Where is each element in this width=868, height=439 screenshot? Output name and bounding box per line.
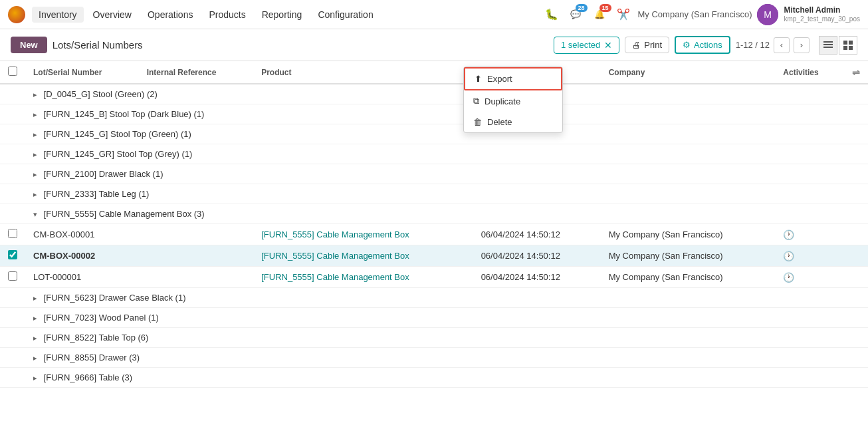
kanban-view-button[interactable] (839, 36, 857, 55)
row-checkbox-cell[interactable] (0, 224, 25, 245)
table-row[interactable]: LOT-000001 [FURN_5555] Cable Management … (0, 267, 868, 288)
company-name: My Company (San Francisco) (638, 9, 752, 19)
row-checkbox-cell[interactable] (0, 245, 25, 267)
group-label[interactable]: ▸ [FURN_1245_B] Stool Top (Dark Blue) (1… (25, 104, 868, 124)
row-checkbox[interactable] (8, 229, 17, 238)
row-activities[interactable]: 🕐 (775, 267, 844, 288)
print-label: Print (644, 40, 662, 50)
col-company: Company (601, 61, 776, 84)
group-label[interactable]: ▸ [FURN_5623] Drawer Case Black (1) (25, 288, 868, 308)
activity-bell-btn[interactable]: 💬 28 (566, 5, 585, 24)
toolbar: New Lots/Serial Numbers 1 selected ✕ 🖨 P… (0, 29, 868, 61)
actions-button[interactable]: ⚙ Actions (675, 36, 730, 54)
pager-prev-button[interactable]: ‹ (774, 37, 790, 53)
group-checkbox-cell (0, 124, 25, 144)
row-checkbox-cell[interactable] (0, 267, 25, 288)
group-toggle-icon[interactable]: ▸ (33, 150, 37, 158)
table-row[interactable]: CM-BOX-00001 [FURN_5555] Cable Managemen… (0, 224, 868, 245)
nav-item-configuration[interactable]: Configuration (311, 7, 380, 23)
notification-btn[interactable]: 🔔 15 (590, 5, 609, 24)
row-product: [FURN_5555] Cable Management Box (253, 267, 473, 288)
nav-item-reporting[interactable]: Reporting (255, 7, 309, 23)
pager-text: 1-12 / 12 (736, 40, 770, 50)
nav-item-products[interactable]: Products (202, 7, 252, 23)
group-label[interactable]: ▸ [FURN_1245_G] Stool Top (Green) (1) (25, 124, 868, 144)
list-view-button[interactable] (819, 36, 837, 55)
pager-next-button[interactable]: › (794, 37, 810, 53)
product-link[interactable]: [FURN_5555] Cable Management Box (261, 272, 409, 282)
svg-rect-4 (823, 47, 833, 48)
row-company: My Company (San Francisco) (601, 224, 776, 245)
row-lot: CM-BOX-00002 (25, 245, 139, 267)
group-label[interactable]: ▸ [FURN_8855] Drawer (3) (25, 348, 868, 368)
nav-item-inventory[interactable]: Inventory (32, 7, 84, 23)
group-toggle-icon[interactable]: ▸ (33, 314, 37, 322)
activity-clock-icon[interactable]: 🕐 (783, 229, 794, 240)
delete-item[interactable]: 🗑 Delete (464, 112, 562, 132)
svg-rect-5 (843, 41, 847, 45)
nav-item-operations[interactable]: Operations (141, 7, 199, 23)
adjust-columns-icon[interactable]: ⇌ (852, 67, 860, 78)
group-label[interactable]: ▸ [FURN_9666] Table (3) (25, 368, 868, 388)
group-toggle-icon[interactable]: ▸ (33, 294, 37, 302)
row-activities[interactable]: 🕐 (775, 224, 844, 245)
table-container: Lot/Serial Number Internal Reference Pro… (0, 61, 868, 439)
nav-logo[interactable] (8, 6, 25, 23)
row-lot: CM-BOX-00001 (25, 224, 139, 245)
row-checkbox[interactable] (8, 250, 17, 259)
group-label[interactable]: ▸ [D_0045_G] Stool (Green) (2) (25, 84, 868, 104)
group-label[interactable]: ▾ [FURN_5555] Cable Management Box (3) (25, 204, 868, 224)
group-toggle-icon[interactable]: ▸ (33, 334, 37, 342)
export-item[interactable]: ⬆ Export (464, 67, 562, 90)
table-row[interactable]: CM-BOX-00002 [FURN_5555] Cable Managemen… (0, 245, 868, 267)
col-adjust[interactable]: ⇌ (844, 61, 868, 84)
group-toggle-icon[interactable]: ▸ (33, 110, 37, 118)
new-button[interactable]: New (11, 37, 47, 53)
group-label[interactable]: ▸ [FURN_1245_GR] Stool Top (Grey) (1) (25, 144, 868, 164)
col-internal-ref: Internal Reference (139, 61, 254, 84)
col-activities: Activities (775, 61, 844, 84)
nav-item-overview[interactable]: Overview (86, 7, 138, 23)
group-row: ▸ [FURN_7023] Wood Panel (1) (0, 308, 868, 328)
activity-clock-icon[interactable]: 🕐 (783, 272, 794, 283)
close-selected-icon[interactable]: ✕ (604, 40, 612, 51)
row-date: 06/04/2024 14:50:12 (473, 224, 601, 245)
activity-clock-icon[interactable]: 🕐 (783, 251, 794, 261)
product-link[interactable]: [FURN_5555] Cable Management Box (261, 229, 409, 239)
page-title: Lots/Serial Numbers (53, 39, 143, 51)
row-adjust (844, 267, 868, 288)
delete-label: Delete (487, 117, 512, 127)
user-avatar[interactable]: M (757, 4, 778, 25)
group-toggle-icon[interactable]: ▸ (33, 170, 37, 178)
group-toggle-icon[interactable]: ▸ (33, 190, 37, 198)
group-label[interactable]: ▸ [FURN_7023] Wood Panel (1) (25, 308, 868, 328)
product-link[interactable]: [FURN_5555] Cable Management Box (261, 251, 409, 261)
group-checkbox-cell (0, 204, 25, 224)
group-label[interactable]: ▸ [FURN_2333] Table Leg (1) (25, 184, 868, 204)
group-row: ▸ [FURN_1245_G] Stool Top (Green) (1) (0, 124, 868, 144)
group-toggle-icon[interactable]: ▾ (33, 210, 37, 218)
selected-label: 1 selected (561, 40, 600, 50)
row-checkbox[interactable] (8, 271, 17, 281)
user-info[interactable]: Mitchell Admin kmp_2_test_may_30_pos (784, 5, 860, 23)
group-toggle-icon[interactable]: ▸ (33, 354, 37, 362)
duplicate-item[interactable]: ⧉ Duplicate (464, 90, 562, 112)
group-checkbox-cell (0, 104, 25, 124)
row-activities[interactable]: 🕐 (775, 245, 844, 267)
select-all-header[interactable] (0, 61, 25, 84)
print-button[interactable]: 🖨 Print (625, 37, 669, 53)
svg-rect-2 (823, 41, 833, 43)
group-toggle-icon[interactable]: ▸ (33, 374, 37, 382)
selected-button[interactable]: 1 selected ✕ (554, 37, 619, 54)
group-toggle-icon[interactable]: ▸ (33, 90, 37, 98)
group-label[interactable]: ▸ [FURN_8522] Table Top (6) (25, 328, 868, 348)
actions-dropdown: ⬆ Export ⧉ Duplicate 🗑 Delete (463, 67, 563, 133)
group-row: ▸ [D_0045_G] Stool (Green) (2) (0, 84, 868, 104)
bug-icon[interactable]: 🐛 (542, 5, 561, 24)
svg-text:M: M (764, 9, 772, 20)
svg-rect-7 (843, 46, 847, 50)
select-all-checkbox[interactable] (8, 67, 17, 76)
group-toggle-icon[interactable]: ▸ (33, 130, 37, 138)
group-label[interactable]: ▸ [FURN_2100] Drawer Black (1) (25, 164, 868, 184)
scissors-icon[interactable]: ✂️ (614, 5, 633, 24)
